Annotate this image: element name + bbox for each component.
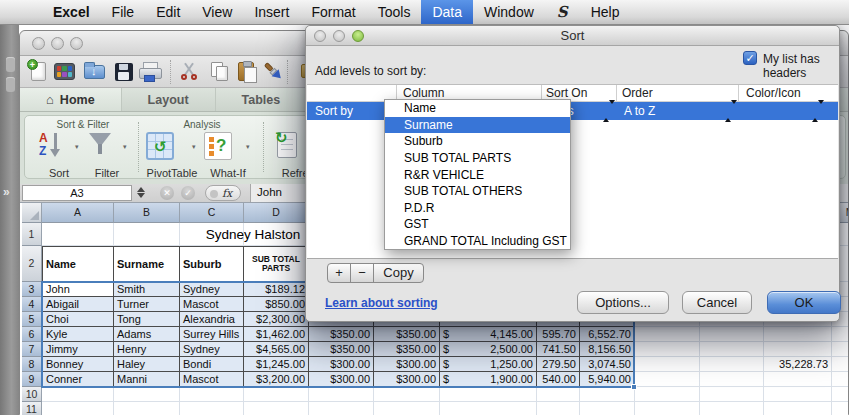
cell-M8[interactable] [832,357,848,372]
cell-B2[interactable]: Surname [114,246,180,282]
menubar-item-insert[interactable]: Insert [243,0,300,24]
save-icon[interactable] [112,60,136,84]
insert-function-button[interactable]: fx [205,185,241,201]
cell-B9[interactable]: Manni [114,372,180,387]
cell-K10[interactable] [700,387,764,402]
cell-J8[interactable] [635,357,700,372]
sort-on-stepper-icon[interactable] [603,104,613,118]
menu-item-grand-total-including-gst[interactable]: GRAND TOTAL Including GST [385,233,570,250]
cell-M7[interactable] [832,342,848,357]
cell-A10[interactable] [42,387,114,402]
cut-icon[interactable] [177,60,201,84]
learn-about-sorting-link[interactable]: Learn about sorting [325,296,438,310]
print-icon[interactable] [138,60,162,84]
tab-home[interactable]: ⌂Home [20,88,122,111]
cell-C7[interactable]: Sydney [180,342,244,357]
name-box-stepper[interactable] [135,186,146,201]
cell-B7[interactable]: Henry [114,342,180,357]
my-list-has-headers-checkbox[interactable]: ✓ [743,51,757,65]
cell-B6[interactable]: Adams [114,327,180,342]
cell-I6[interactable]: 6,552.70 [580,327,635,342]
chevron-down-icon[interactable]: ▾ [123,143,127,151]
cell-I10[interactable] [580,387,635,402]
row-header-6[interactable]: 6 [22,327,42,342]
cell-I8[interactable]: 3,074.50 [580,357,635,372]
cell-H9[interactable]: 540.00 [537,372,580,387]
row-header-1[interactable]: 1 [22,223,42,246]
cell-C11[interactable] [180,402,244,415]
row-header-10[interactable]: 10 [22,387,42,402]
cell-G9[interactable]: $1,900.00 [440,372,537,387]
menubar-item-format[interactable]: Format [300,0,366,24]
menu-item-name[interactable]: Name [385,100,570,117]
select-all-corner[interactable] [22,203,42,223]
cell-F9[interactable]: $300.00 [374,372,440,387]
cell-D8[interactable]: $1,245.00 [244,357,309,372]
confirm-entry-icon[interactable]: ✓ [181,186,195,200]
ok-button[interactable]: OK [767,291,841,314]
options-button[interactable]: Options... [577,291,669,314]
menu-item-sub-total-parts[interactable]: SUB TOTAL PARTS [385,150,570,167]
cell-M6[interactable] [832,327,848,342]
cell-K9[interactable] [700,372,764,387]
cell-H10[interactable] [537,387,580,402]
cell-M9[interactable] [832,372,848,387]
cancel-entry-icon[interactable]: ✕ [160,186,174,200]
sort-dialog-titlebar[interactable]: Sort [306,26,839,46]
menubar-item-file[interactable]: File [101,0,146,24]
menu-item-surname[interactable]: Surname [385,117,570,134]
cell-F8[interactable]: $300.00 [374,357,440,372]
menubar-item-excel[interactable]: Excel [42,0,101,24]
row-header-4[interactable]: 4 [22,297,42,312]
selection-fill-handle[interactable] [631,384,637,390]
cell-C6[interactable]: Surrey Hills [180,327,244,342]
column-header-A[interactable]: A [42,203,114,223]
cell-L7[interactable] [764,342,832,357]
cell-I7[interactable]: 8,156.50 [580,342,635,357]
column-header-D[interactable]: D [244,203,309,223]
new-document-icon[interactable]: + [27,60,51,84]
copy-level-button[interactable]: Copy [373,263,424,283]
cell-C4[interactable]: Mascot [180,297,244,312]
cell-J10[interactable] [635,387,700,402]
cell-K7[interactable] [700,342,764,357]
column-header-B[interactable]: B [114,203,180,223]
color-icon-stepper-icon[interactable] [812,104,822,118]
cell-B5[interactable]: Tong [114,312,180,327]
cell-C8[interactable]: Bondi [180,357,244,372]
row-header-2[interactable]: 2 [22,246,42,282]
chevron-down-icon[interactable]: ▾ [192,143,196,151]
row-header-8[interactable]: 8 [22,357,42,372]
menu-item-sub-total-others[interactable]: SUB TOTAL OTHERS [385,183,570,200]
cell-A4[interactable]: Abigail [42,297,114,312]
gallery-icon[interactable] [53,60,77,84]
pivottable-button[interactable]: ↺▾PivotTable [144,131,200,179]
cell-L10[interactable] [764,387,832,402]
cell-M10[interactable] [832,387,848,402]
cell-C9[interactable]: Mascot [180,372,244,387]
cell-L8[interactable]: 35,228.73 [764,357,832,372]
cancel-button[interactable]: Cancel [682,291,752,314]
cell-L11[interactable] [764,402,832,415]
menubar-item-help[interactable]: Help [580,0,631,24]
cell-E9[interactable]: $300.00 [309,372,374,387]
cell-H11[interactable] [537,402,580,415]
cell-D4[interactable]: $850.00 [244,297,309,312]
row-header-3[interactable]: 3 [22,282,42,297]
filter-button[interactable]: ▾Filter [83,131,131,179]
close-button[interactable] [32,37,45,50]
cell-K11[interactable] [700,402,764,415]
cell-D10[interactable] [244,387,309,402]
cell-K6[interactable] [700,327,764,342]
row-header-11[interactable]: 11 [22,402,42,415]
row-header-9[interactable]: 9 [22,372,42,387]
add-level-button[interactable]: + [327,263,351,283]
remove-level-button[interactable]: − [350,263,374,283]
cell-A7[interactable]: Jimmy [42,342,114,357]
applescript-icon[interactable]: S [545,0,580,24]
cell-D11[interactable] [244,402,309,415]
row-header-5[interactable]: 5 [22,312,42,327]
cell-D5[interactable]: $2,300.00 [244,312,309,327]
cell-D3[interactable]: $189.12 [244,282,309,297]
tab-layout[interactable]: Layout [122,88,216,111]
